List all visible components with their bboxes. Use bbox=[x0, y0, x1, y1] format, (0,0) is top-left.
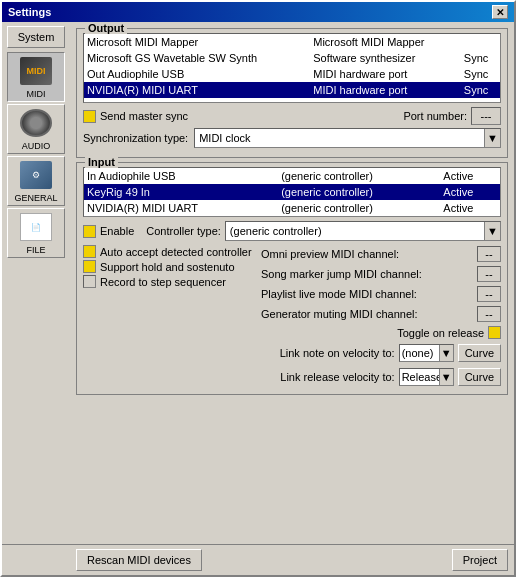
record-step-label: Record to step sequencer bbox=[100, 276, 226, 288]
send-master-sync-checkbox[interactable] bbox=[83, 110, 96, 123]
link-note-row: Link note on velocity to: (none) ▼ Curve bbox=[261, 344, 501, 362]
options-right: Omni preview MIDI channel: -- Song marke… bbox=[261, 245, 501, 388]
sync-type-row: Synchronization type: MIDI clock ▼ bbox=[83, 128, 501, 148]
controller-type-dropdown-arrow[interactable]: ▼ bbox=[484, 222, 500, 240]
table-row[interactable]: Microsoft GS Wavetable SW SynthSoftware … bbox=[84, 50, 500, 66]
link-note-dropdown-arrow[interactable]: ▼ bbox=[439, 345, 453, 361]
generator-muting-row: Generator muting MIDI channel: -- bbox=[261, 306, 501, 322]
sync-type-dropdown-arrow[interactable]: ▼ bbox=[484, 129, 500, 147]
song-marker-label: Song marker jump MIDI channel: bbox=[261, 268, 422, 280]
sync-type-dropdown[interactable]: MIDI clock ▼ bbox=[194, 128, 501, 148]
file-icon: 📄 bbox=[20, 211, 52, 243]
auto-accept-row: Auto accept detected controller bbox=[83, 245, 253, 258]
output-group-title: Output bbox=[85, 22, 127, 34]
playlist-live-row: Playlist live mode MIDI channel: -- bbox=[261, 286, 501, 302]
song-marker-value: -- bbox=[477, 266, 501, 282]
link-release-curve-button[interactable]: Curve bbox=[458, 368, 501, 386]
port-number-label: Port number: bbox=[403, 110, 467, 122]
output-table: Microsoft MIDI MapperMicrosoft MIDI Mapp… bbox=[84, 34, 500, 98]
omni-preview-row: Omni preview MIDI channel: -- bbox=[261, 246, 501, 262]
table-row[interactable]: NVIDIA(R) MIDI UART(generic controller)A… bbox=[84, 200, 500, 216]
omni-preview-value: -- bbox=[477, 246, 501, 262]
sidebar: System MIDI MIDI AUDIO ⚙ bbox=[2, 22, 70, 544]
support-hold-label: Support hold and sostenuto bbox=[100, 261, 235, 273]
controller-type-label: Controller type: bbox=[146, 225, 221, 237]
sync-type-value: MIDI clock bbox=[199, 132, 496, 144]
link-note-dropdown[interactable]: (none) ▼ bbox=[399, 344, 454, 362]
controller-type-dropdown[interactable]: (generic controller) ▼ bbox=[225, 221, 501, 241]
sidebar-item-general[interactable]: ⚙ GENERAL bbox=[7, 156, 65, 206]
auto-accept-label: Auto accept detected controller bbox=[100, 246, 252, 258]
input-table: In Audiophile USB(generic controller)Act… bbox=[84, 168, 500, 216]
table-row[interactable]: NVIDIA(R) MIDI UARTMIDI hardware portSyn… bbox=[84, 82, 500, 98]
sidebar-item-midi[interactable]: MIDI MIDI bbox=[7, 52, 65, 102]
link-release-dropdown-arrow[interactable]: ▼ bbox=[439, 369, 453, 385]
toggle-on-release-row: Toggle on release bbox=[261, 326, 501, 339]
link-release-label: Link release velocity to: bbox=[280, 371, 394, 383]
sidebar-item-audio[interactable]: AUDIO bbox=[7, 104, 65, 154]
playlist-live-value: -- bbox=[477, 286, 501, 302]
enable-row: Enable Controller type: (generic control… bbox=[83, 221, 501, 241]
table-row[interactable]: KeyRig 49 In(generic controller)Active bbox=[84, 184, 500, 200]
support-hold-row: Support hold and sostenuto bbox=[83, 260, 253, 273]
table-row[interactable]: Out Audiophile USBMIDI hardware portSync bbox=[84, 66, 500, 82]
generator-muting-label: Generator muting MIDI channel: bbox=[261, 308, 418, 320]
main-content: System MIDI MIDI AUDIO ⚙ bbox=[2, 22, 514, 544]
project-button[interactable]: Project bbox=[452, 549, 508, 571]
playlist-live-label: Playlist live mode MIDI channel: bbox=[261, 288, 417, 300]
input-group-title: Input bbox=[85, 156, 118, 168]
window-title: Settings bbox=[8, 6, 51, 18]
audio-icon bbox=[20, 107, 52, 139]
support-hold-checkbox[interactable] bbox=[83, 260, 96, 273]
record-step-row: Record to step sequencer bbox=[83, 275, 253, 288]
send-master-sync-row: Send master sync bbox=[83, 110, 188, 123]
output-table-container: Microsoft MIDI MapperMicrosoft MIDI Mapp… bbox=[83, 33, 501, 103]
song-marker-row: Song marker jump MIDI channel: -- bbox=[261, 266, 501, 282]
enable-label: Enable bbox=[100, 225, 134, 237]
system-button[interactable]: System bbox=[7, 26, 65, 48]
rescan-button[interactable]: Rescan MIDI devices bbox=[76, 549, 202, 571]
generator-muting-value: -- bbox=[477, 306, 501, 322]
send-master-sync-label: Send master sync bbox=[100, 110, 188, 122]
general-icon: ⚙ bbox=[20, 159, 52, 191]
toggle-on-release-checkbox[interactable] bbox=[488, 326, 501, 339]
enable-checkbox[interactable] bbox=[83, 225, 96, 238]
port-number-value: --- bbox=[471, 107, 501, 125]
sync-type-label: Synchronization type: bbox=[83, 132, 188, 144]
options-left: Auto accept detected controller Support … bbox=[83, 245, 253, 388]
omni-preview-label: Omni preview MIDI channel: bbox=[261, 248, 399, 260]
bottom-bar: Rescan MIDI devices Project bbox=[2, 544, 514, 575]
link-release-row: Link release velocity to: Release ▼ Curv… bbox=[261, 368, 501, 386]
content-area: Output Microsoft MIDI MapperMicrosoft MI… bbox=[70, 22, 514, 544]
input-group: Input In Audiophile USB(generic controll… bbox=[76, 162, 508, 395]
options-section: Auto accept detected controller Support … bbox=[83, 245, 501, 388]
settings-window: Settings ✕ System MIDI MIDI AUDIO bbox=[0, 0, 516, 577]
controller-type-value: (generic controller) bbox=[230, 225, 496, 237]
midi-icon: MIDI bbox=[20, 55, 52, 87]
table-row[interactable]: In Audiophile USB(generic controller)Act… bbox=[84, 168, 500, 184]
link-note-label: Link note on velocity to: bbox=[280, 347, 395, 359]
table-row[interactable]: Microsoft MIDI MapperMicrosoft MIDI Mapp… bbox=[84, 34, 500, 50]
output-group: Output Microsoft MIDI MapperMicrosoft MI… bbox=[76, 28, 508, 158]
auto-accept-checkbox[interactable] bbox=[83, 245, 96, 258]
record-step-checkbox[interactable] bbox=[83, 275, 96, 288]
link-release-dropdown[interactable]: Release ▼ bbox=[399, 368, 454, 386]
port-number-row: Port number: --- bbox=[403, 107, 501, 125]
sync-row: Send master sync Port number: --- bbox=[83, 107, 501, 125]
title-bar: Settings ✕ bbox=[2, 2, 514, 22]
toggle-on-release-label: Toggle on release bbox=[397, 327, 484, 339]
sidebar-item-file[interactable]: 📄 FILE bbox=[7, 208, 65, 258]
input-table-container: In Audiophile USB(generic controller)Act… bbox=[83, 167, 501, 217]
close-button[interactable]: ✕ bbox=[492, 5, 508, 19]
link-note-curve-button[interactable]: Curve bbox=[458, 344, 501, 362]
